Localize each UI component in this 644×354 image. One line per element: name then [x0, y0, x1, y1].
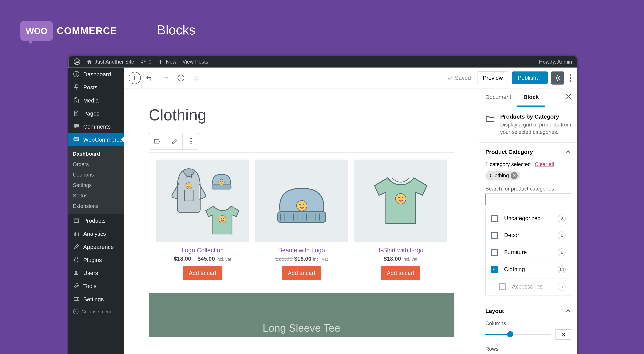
svg-point-19	[189, 184, 190, 185]
product-card[interactable]: Beanie with Logo $20.00 $18.00 incl. vat…	[255, 159, 348, 280]
sidebar-item-media[interactable]: Media	[68, 94, 124, 107]
user-greeting[interactable]: Howdy, Admin	[539, 58, 572, 65]
svg-point-11	[570, 77, 571, 78]
block-more-button[interactable]	[182, 133, 199, 149]
chevron-up-icon	[565, 149, 571, 155]
product-name[interactable]: T-Shirt with Logo	[354, 247, 447, 254]
product-card[interactable]: Logo Collection $18.00 – $45.00 incl. va…	[156, 159, 249, 280]
admin-sidebar: DashboardPostsMediaPagesComments WooComm…	[68, 68, 124, 354]
sidebar-item-appearence[interactable]: Appearence	[68, 240, 124, 253]
svg-point-12	[570, 80, 571, 82]
category-option[interactable]: Accessories5	[486, 278, 571, 295]
panel-product-category[interactable]: Product Category	[479, 142, 577, 161]
product-card[interactable]: T-Shirt with Logo $18.00 incl. vat Add t…	[354, 159, 447, 280]
category-option[interactable]: Decor1	[486, 227, 571, 244]
category-option[interactable]: Furniture1	[486, 244, 571, 261]
sidebar-item-pages[interactable]: Pages	[68, 107, 124, 120]
edit-button[interactable]	[166, 133, 182, 149]
product-name[interactable]: Beanie with Logo	[255, 247, 348, 254]
sidebar-subitem-coupons[interactable]: Coupons	[68, 169, 124, 180]
rows-label: Rows	[485, 346, 571, 352]
publish-button[interactable]: Publish…	[512, 71, 548, 84]
post-title-input[interactable]: Clothing	[148, 106, 454, 124]
saved-label: Saved	[455, 74, 471, 81]
new-label: New	[166, 58, 176, 65]
admin-bar: Just Another Site 0 New View Posts Howdy…	[68, 56, 577, 68]
add-to-cart-button[interactable]: Add to cart	[380, 266, 420, 280]
woo-submenu: DashboardOrdersCouponsSettingsStatusExte…	[68, 146, 124, 214]
category-option[interactable]: Uncategorized0	[486, 210, 571, 227]
hero-block[interactable]: Long Sleeve Tee	[148, 293, 454, 337]
checkbox[interactable]	[491, 249, 498, 256]
sidebar-item-dashboard[interactable]: Dashboard	[68, 68, 124, 81]
sidebar-item-woocommerce[interactable]: WooCommerce	[68, 133, 124, 146]
sidebar-subitem-dashboard[interactable]: Dashboard	[68, 148, 124, 159]
products-block[interactable]: Logo Collection $18.00 – $45.00 incl. va…	[148, 152, 454, 287]
product-price: $18.00 – $45.00 incl. vat	[156, 255, 249, 262]
chip-remove-button[interactable]: ✕	[510, 172, 518, 179]
collapse-menu-button[interactable]: Colapse menu	[68, 305, 124, 318]
svg-point-3	[75, 271, 77, 273]
redo-button[interactable]	[158, 71, 172, 85]
add-to-cart-button[interactable]: Add to cart	[183, 266, 222, 280]
category-count: 1	[558, 248, 566, 256]
category-search-input[interactable]	[485, 193, 571, 205]
product-price: $18.00 incl. vat	[354, 255, 447, 262]
columns-input[interactable]	[556, 329, 571, 340]
add-block-button[interactable]	[129, 72, 141, 84]
clear-all-link[interactable]: Clear all	[535, 161, 554, 167]
checkbox[interactable]	[491, 215, 498, 222]
commerce-wordmark: COMMERCE	[57, 25, 117, 36]
plugin-icon	[73, 256, 80, 263]
sidebar-item-analytics[interactable]: Analytics	[68, 227, 124, 240]
tab-block[interactable]: Block	[517, 88, 545, 107]
checkbox[interactable]	[499, 283, 506, 290]
view-posts-link[interactable]: View Posts	[182, 58, 208, 65]
sidebar-item-settings[interactable]: Settings	[68, 292, 124, 305]
checkbox[interactable]	[491, 232, 498, 239]
wp-logo-icon[interactable]	[74, 58, 80, 65]
brush-icon	[73, 243, 80, 250]
product-name[interactable]: Logo Collection	[156, 247, 249, 254]
category-option[interactable]: ✓Clothing14	[486, 261, 571, 278]
svg-point-13	[190, 138, 192, 139]
sidebar-item-tools[interactable]: Tools	[68, 279, 124, 292]
site-link[interactable]: Just Another Site	[86, 58, 134, 65]
new-link[interactable]: New	[158, 58, 176, 65]
sidebar-item-comments[interactable]: Comments	[68, 120, 124, 133]
sidebar-item-label: Dashboard	[83, 71, 111, 77]
block-type-button[interactable]	[149, 133, 166, 149]
close-inspector-button[interactable]	[560, 88, 577, 107]
sidebar-subitem-status[interactable]: Status	[68, 190, 124, 201]
sidebar-item-label: Tools	[83, 283, 96, 289]
svg-point-26	[218, 215, 226, 223]
checkbox[interactable]: ✓	[491, 266, 498, 273]
info-button[interactable]	[174, 71, 188, 85]
editor-canvas[interactable]: Clothing Logo Collection $18.00 – $45.00…	[124, 88, 479, 354]
chip-label: Clothing	[490, 172, 509, 178]
more-options-button[interactable]	[568, 72, 573, 83]
panel-layout[interactable]: Layout	[479, 301, 577, 320]
columns-slider[interactable]	[485, 334, 551, 335]
sidebar-item-plugins[interactable]: Plugins	[68, 253, 124, 266]
updates-link[interactable]: 0	[140, 58, 152, 65]
sidebar-subitem-settings[interactable]: Settings	[68, 180, 124, 190]
editor-toolbar: Saved Preview Publish…	[124, 68, 577, 88]
sidebar-item-label: Comments	[83, 123, 110, 130]
sidebar-item-posts[interactable]: Posts	[68, 81, 124, 94]
category-count: 1	[558, 231, 566, 239]
folder-icon	[485, 114, 495, 124]
outline-button[interactable]	[190, 71, 204, 85]
undo-button[interactable]	[143, 71, 157, 85]
add-to-cart-button[interactable]: Add to cart	[282, 266, 321, 280]
sidebar-item-products[interactable]: Products	[68, 214, 124, 227]
sidebar-subitem-extensions[interactable]: Extensions	[68, 201, 124, 211]
tab-document[interactable]: Document	[479, 88, 517, 107]
sliders-icon	[73, 296, 80, 302]
saved-indicator: Saved	[447, 74, 471, 81]
sidebar-item-users[interactable]: Users	[68, 266, 124, 279]
svg-point-24	[222, 181, 223, 182]
preview-button[interactable]: Preview	[477, 71, 508, 84]
settings-toggle-button[interactable]	[551, 71, 564, 84]
sidebar-subitem-orders[interactable]: Orders	[68, 159, 124, 169]
